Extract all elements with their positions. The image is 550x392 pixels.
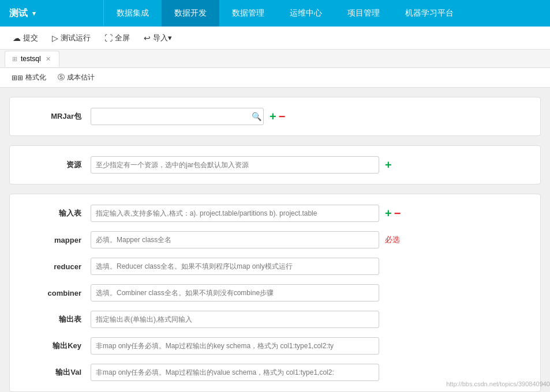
run-icon: ▷ [52, 33, 58, 43]
mrjar-add-button[interactable]: + [270, 111, 276, 122]
tab-close-button[interactable]: ✕ [44, 55, 52, 63]
output-key-input[interactable] [91, 337, 379, 355]
mapper-row: mapper 必选 [21, 231, 529, 248]
resource-label: 资源 [21, 160, 91, 170]
tab-label: testsql [21, 55, 41, 63]
nav-item-data-dev[interactable]: 数据开发 [162, 0, 219, 27]
resource-input[interactable] [91, 156, 379, 174]
mapper-wrapper [91, 231, 379, 248]
main-content: MRJar包 🔍 + − 资源 + 输入表 + − [0, 88, 550, 392]
test-run-button[interactable]: ▷ 测试运行 [46, 31, 96, 46]
mrjar-label: MRJar包 [21, 111, 91, 122]
reducer-wrapper [91, 258, 379, 275]
combiner-row: combiner [21, 284, 529, 301]
mrjar-remove-button[interactable]: − [279, 111, 286, 122]
mrjar-search-input[interactable] [91, 108, 264, 125]
mapper-input[interactable] [91, 231, 379, 248]
output-table-wrapper [91, 311, 379, 328]
import-icon: ↩ [144, 33, 151, 43]
output-key-wrapper [91, 337, 379, 355]
format-icon: ⊞⊞ [12, 74, 23, 82]
nav-item-ops[interactable]: 运维中心 [277, 0, 335, 27]
mapper-label: mapper [21, 236, 91, 244]
combiner-wrapper [91, 284, 379, 301]
tab-bar: ⊞ testsql ✕ [0, 50, 550, 68]
toolbar: ☁ 提交 ▷ 测试运行 ⛶ 全屏 ↩ 导入▾ [0, 27, 550, 50]
resource-input-wrapper [91, 156, 379, 174]
output-table-input[interactable] [91, 311, 379, 328]
brand-dropdown-icon: ▾ [32, 10, 36, 17]
reducer-row: reducer [21, 258, 529, 275]
reducer-label: reducer [21, 262, 91, 271]
output-val-wrapper [91, 364, 379, 381]
reducer-input[interactable] [91, 258, 379, 275]
cost-button[interactable]: Ⓢ 成本估计 [53, 71, 99, 84]
input-table-remove-button[interactable]: − [394, 208, 401, 219]
nav-item-data-integration[interactable]: 数据集成 [104, 0, 162, 27]
brand-label: 测试 [9, 7, 28, 20]
fullscreen-button[interactable]: ⛶ 全屏 [99, 31, 136, 46]
mrjar-search-button[interactable]: 🔍 [252, 112, 261, 121]
input-table-add-button[interactable]: + [385, 208, 392, 219]
config-card: 输入表 + − mapper 必选 reducer combiner [9, 194, 541, 392]
fullscreen-icon: ⛶ [104, 33, 113, 43]
output-val-label: 输出Val [21, 367, 91, 378]
output-val-input[interactable] [91, 364, 379, 381]
input-table-wrapper [91, 205, 379, 222]
tab-icon: ⊞ [12, 55, 17, 63]
sub-toolbar: ⊞⊞ 格式化 Ⓢ 成本估计 [0, 68, 550, 88]
submit-icon: ☁ [13, 33, 21, 43]
top-nav: 测试 ▾ 数据集成 数据开发 数据管理 运维中心 项目管理 机器学习平台 [0, 0, 550, 27]
input-table-label: 输入表 [21, 208, 91, 218]
nav-item-project[interactable]: 项目管理 [335, 0, 392, 27]
mrjar-card: MRJar包 🔍 + − [9, 97, 541, 136]
input-table-row: 输入表 + − [21, 205, 529, 222]
nav-item-ml[interactable]: 机器学习平台 [392, 0, 466, 27]
output-key-row: 输出Key [21, 337, 529, 355]
submit-button[interactable]: ☁ 提交 [7, 31, 44, 46]
resource-card: 资源 + [9, 145, 541, 184]
output-val-row: 输出Val [21, 364, 529, 381]
output-table-label: 输出表 [21, 314, 91, 325]
output-key-label: 输出Key [21, 341, 91, 351]
tab-testsql[interactable]: ⊞ testsql ✕ [5, 51, 59, 67]
mrjar-row: MRJar包 🔍 + − [21, 108, 529, 125]
resource-add-button[interactable]: + [385, 159, 392, 171]
cost-icon: Ⓢ [58, 73, 65, 82]
mrjar-input-wrapper: 🔍 [91, 108, 264, 125]
format-button[interactable]: ⊞⊞ 格式化 [7, 71, 51, 84]
nav-item-data-mgmt[interactable]: 数据管理 [219, 0, 277, 27]
combiner-label: combiner [21, 289, 91, 297]
nav-items: 数据集成 数据开发 数据管理 运维中心 项目管理 机器学习平台 [104, 0, 466, 27]
mapper-required-badge: 必选 [385, 235, 400, 245]
output-table-row: 输出表 [21, 311, 529, 328]
input-table-input[interactable] [91, 205, 379, 222]
import-button[interactable]: ↩ 导入▾ [138, 31, 178, 46]
resource-row: 资源 + [21, 156, 529, 174]
combiner-input[interactable] [91, 284, 379, 301]
nav-brand[interactable]: 测试 ▾ [0, 0, 104, 27]
